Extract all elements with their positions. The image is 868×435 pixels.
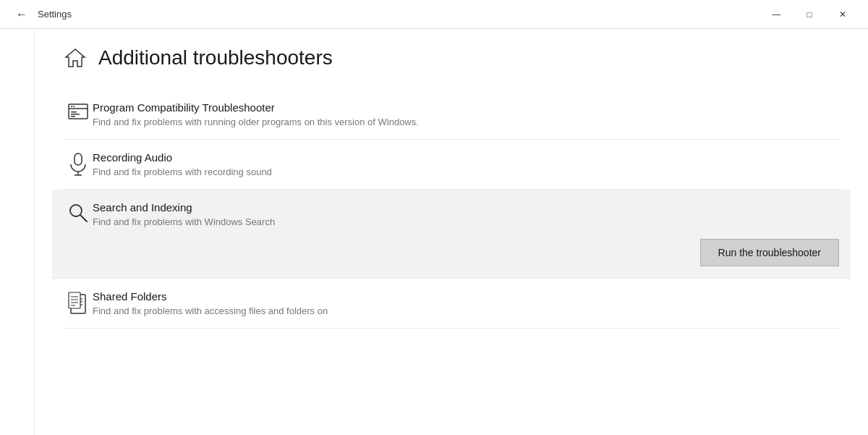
item-desc: Find and fix problems with running older…	[93, 117, 839, 127]
title-bar: ← Settings — □ ✕	[0, 0, 868, 29]
window-controls: — □ ✕	[760, 0, 859, 29]
microphone-icon	[64, 151, 93, 176]
maximize-button[interactable]: □	[793, 0, 826, 29]
item-desc: Find and fix problems with recording sou…	[93, 166, 839, 177]
troubleshooter-item-search-indexing[interactable]: Search and Indexing Find and fix problem…	[52, 190, 851, 279]
shared-folders-icon	[64, 290, 93, 315]
svg-rect-5	[71, 114, 80, 115]
home-icon	[64, 46, 87, 69]
item-title: Recording Audio	[93, 151, 839, 164]
item-header: Recording Audio Find and fix problems wi…	[64, 151, 839, 177]
main-panel: Additional troubleshooters	[35, 29, 868, 435]
item-content: Shared Folders Find and fix problems wit…	[93, 290, 839, 316]
item-content: Recording Audio Find and fix problems wi…	[93, 151, 839, 177]
item-content: Search and Indexing Find and fix problem…	[93, 201, 839, 227]
item-header: Program Compatibility Troubleshooter Fin…	[64, 101, 839, 127]
search-icon	[64, 201, 93, 223]
item-header: Shared Folders Find and fix problems wit…	[64, 290, 839, 316]
minimize-button[interactable]: —	[760, 0, 793, 29]
page-title: Additional troubleshooters	[98, 46, 333, 69]
troubleshooter-item-program-compatibility: Program Compatibility Troubleshooter Fin…	[64, 90, 839, 140]
item-header: Search and Indexing Find and fix problem…	[64, 201, 839, 227]
item-desc: Find and fix problems with Windows Searc…	[93, 216, 839, 227]
back-button[interactable]: ←	[9, 1, 35, 28]
content-area: Additional troubleshooters	[0, 29, 868, 435]
sidebar	[0, 29, 35, 435]
close-button[interactable]: ✕	[826, 0, 859, 29]
item-title: Shared Folders	[93, 290, 839, 303]
program-compatibility-icon	[64, 101, 93, 124]
item-desc: Find and fix problems with accessing fil…	[93, 305, 839, 316]
run-troubleshooter-button[interactable]: Run the troubleshooter	[700, 239, 839, 266]
svg-rect-7	[75, 153, 82, 165]
item-title: Search and Indexing	[93, 201, 839, 214]
page-header: Additional troubleshooters	[64, 46, 839, 69]
run-button-row: Run the troubleshooter	[64, 239, 839, 266]
svg-rect-17	[69, 292, 80, 308]
window-title: Settings	[38, 9, 72, 20]
item-content: Program Compatibility Troubleshooter Fin…	[93, 101, 839, 127]
troubleshooter-item-shared-folders: Shared Folders Find and fix problems wit…	[64, 279, 839, 329]
troubleshooter-item-recording-audio: Recording Audio Find and fix problems wi…	[64, 140, 839, 190]
svg-rect-6	[71, 116, 75, 117]
svg-rect-4	[71, 111, 77, 113]
item-title: Program Compatibility Troubleshooter	[93, 101, 839, 114]
svg-line-11	[80, 215, 87, 221]
